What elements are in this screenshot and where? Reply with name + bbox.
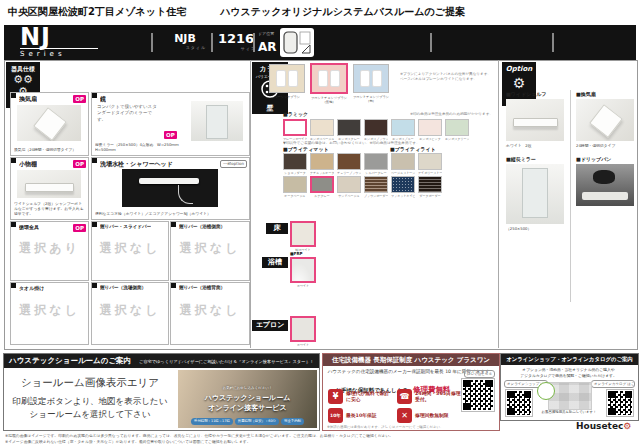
plan-thumbnail (269, 64, 305, 93)
online-lead2: デジタルカタログで商品を閲覧・ご確認いただけます。 (501, 373, 636, 378)
showroom-header-sub: ご自宅でゆっくりアドバイザーにご相談いただける「オンライン接客サービス」スタート… (139, 359, 314, 364)
showroom-photo: お気軽にお申し込みください！ ハウステックショールーム オンライン接客サービス … (178, 370, 317, 428)
wall-swatch: エンボスベージュ (310, 119, 334, 141)
warranty-note: ※保証の適用には条件があります。詳しくはメーカーにてご確認ください。 (327, 425, 495, 429)
title-proposal: ハウステックオリジナルシステムバスルームのご提案 (220, 6, 465, 17)
wall-swatch: ダークボーダー (418, 176, 442, 198)
online-lead1: オプション品・消耗品・当社オリジナル品のご購入や (501, 367, 636, 372)
shop-qr-code (506, 390, 532, 416)
warranty-detail-link: 詳しくはこちら (464, 370, 495, 378)
header-divider (253, 33, 255, 52)
wall-swatch-selected: ルナグレー (310, 176, 334, 198)
wall-swatch: アイボリーストーン (418, 153, 442, 175)
online-catalog-label: オンラインカタログ はこちら (591, 380, 635, 388)
wall-swatch: エンボスブラウン (364, 119, 388, 141)
drippan-image (576, 164, 634, 206)
wall-swatch: エンボスグリーン (445, 119, 469, 141)
online-bubble-text: お風呂掃除用品も販売しています！ (535, 410, 603, 414)
apron-swatch-selected: ホワイト (290, 316, 316, 347)
plan-frontchange-pattern: フロントチェンジプラン（柄） (353, 64, 389, 105)
option-title-mirror: ■縦長ミラー (506, 156, 536, 162)
tools-icon: ✕ (397, 408, 412, 423)
footer-disclaimer-2: ※イメージ画像に反映されない仕様（窓・タオル掛・天吊など）があります。最終位置や… (5, 439, 565, 444)
logo-gear-icon: ⚙ (623, 421, 631, 431)
showroom-panel: ハウステックショールームのご案内 ご自宅でゆっくりアドバイザーにご相談いただける… (3, 353, 320, 431)
selection-status: 選択なし (171, 240, 249, 257)
column-separator (250, 60, 251, 348)
series-header-bar: NJ Series NJB スタイル 1216 サイズ ドア位置 AR (4, 25, 636, 60)
wall-group2-header: ■プライティマット (283, 146, 329, 152)
wall-group1-header: ■ラミック (283, 111, 308, 117)
card-caption: ワイドシェルフ（2段）シャンプーボトルなどがすっきり置けます。お手入れも簡単です… (14, 202, 85, 217)
wall-swatch: オークベージュ (283, 176, 307, 198)
reservation-badge: 完全予約制 (281, 418, 304, 425)
selection-status: 選択なし (11, 302, 88, 319)
card-caption: 換気扇（24時間・強弱切替タイプ） (14, 148, 85, 153)
size-label: サイズ (216, 46, 256, 51)
shelf-image (17, 170, 81, 198)
spec-card-towel: タオル掛け 選択なし (10, 282, 89, 345)
style-value: NJB (174, 32, 196, 45)
yen-icon: ¥ (328, 389, 343, 404)
photo-badges: 受付時間：11時～17時 所要時間（目安）：60分 完全予約制 (180, 418, 315, 425)
selection-status: 選択あり (11, 240, 88, 257)
door-position-label: ドア位置 (258, 31, 277, 36)
plan-label: フロントチェンジプラン（柄） (353, 95, 389, 104)
tub-swatch-selected: ホワイト (290, 257, 316, 288)
duration-badge: 所要時間（目安）：60分 (235, 418, 279, 425)
showroom-instruction-1: 印刷設定ボタンより、地図を表示したい (4, 396, 176, 408)
online-panel: オンラインショップ・オンラインカタログのご案内 オプション品・消耗品・当社オリジ… (500, 353, 639, 421)
option-title-drippan: ■ドリップパン (576, 156, 611, 162)
wall-swatch-selected: プレーンホワイト (283, 119, 307, 141)
series-logo: NJ Series (20, 26, 98, 58)
showroom-header-bar: ハウステックショールームのご案内 ご自宅でゆっくりアドバイザーにご相談いただける… (4, 354, 319, 368)
column-separator (498, 60, 499, 348)
header-divider (552, 33, 554, 52)
warranty-header: 住宅設備機器 長期保証制度 ハウステック プラスワン (323, 354, 499, 366)
fan-image (17, 105, 81, 141)
plan-label: ベーシックプラン (269, 95, 305, 99)
footer-disclaimer-1: ※掲載の画像はイメージです。印刷のため実際の色とは多少異なっております。商品によ… (5, 433, 633, 438)
card-title: 鏡 (100, 95, 106, 104)
size-value: 1216 (218, 31, 254, 46)
tub-group-header: ■FRP (290, 251, 303, 256)
wall-swatch: エンボスブルー (391, 119, 415, 141)
wall-note-right: ※印の商品は受注生産品のため納期がかかります。 (410, 112, 495, 116)
card-title: 握りバー（浴槽側面） (179, 224, 225, 229)
wall-swatch: エンボスグレー (337, 119, 361, 141)
option-caption: （250×500） (506, 226, 531, 231)
card-caption: 便利なエコ水栓（ホワイト）／エコアクアシャワーNJ（ホワイト） (95, 212, 246, 217)
op-badge: OP (164, 131, 177, 139)
photo-service-line2: オンライン接客サービス (178, 403, 317, 413)
wall-note: ▼印以外でご希望の場合は、お問い合わせください。※印の商品は受注生産品です。 (283, 141, 495, 145)
photo-bubble-text: お気軽にお申し込みください！ (178, 386, 317, 390)
door-position-value: AR (258, 40, 277, 54)
tub-label: 浴槽 (262, 257, 288, 268)
plan-basic: ベーシックプラン (269, 64, 305, 105)
spec-card-gripbar-tubback: 握りバー（浴槽背面） 選択なし (170, 282, 250, 345)
spec-card-fan: 換気扇 OP 換気扇（24時間・強弱切替タイプ） (10, 92, 89, 156)
wall-swatch: サンドベージュ (337, 176, 361, 198)
series-sub: Series (20, 50, 98, 58)
feature-free-repair: ¥ 修理代が無料で家計に安心 (328, 389, 394, 404)
card-title: 握りバー（浴槽背面） (179, 285, 225, 290)
photo-service-line1: ハウステックショールーム (178, 393, 317, 403)
online-header-bar: オンラインショップ・オンラインカタログのご案内 (501, 354, 638, 365)
option-mirror-image (506, 164, 564, 224)
warranty-qr-code (462, 379, 494, 411)
ten-year-icon: 10年 (328, 408, 343, 423)
card-title: 握りバー・スライドバー (100, 224, 151, 229)
option-fan-image (576, 99, 634, 141)
plan-options-row: ベーシックプラン フロントチェンジプラン（無地） フロントチェンジプラン（柄） (269, 64, 389, 105)
card-title: 循環金具 (19, 224, 39, 230)
series-name: NJ (20, 26, 98, 48)
wall-swatch: エンボスピンク (418, 119, 442, 141)
header-divider (430, 33, 432, 52)
showroom-instruction-2: ショールームを選択して下さい (4, 409, 176, 421)
plan-thumbnail (353, 64, 389, 93)
option-divider (570, 90, 571, 302)
showroom-header: ハウステックショールームのご案内 (9, 356, 131, 366)
product-bubble-icon (537, 382, 555, 400)
wall-swatch: ナチュラルオーク (310, 153, 334, 175)
spec-card-gripbar-washside: 握りバー（洗場側面） 選択なし (91, 282, 169, 345)
